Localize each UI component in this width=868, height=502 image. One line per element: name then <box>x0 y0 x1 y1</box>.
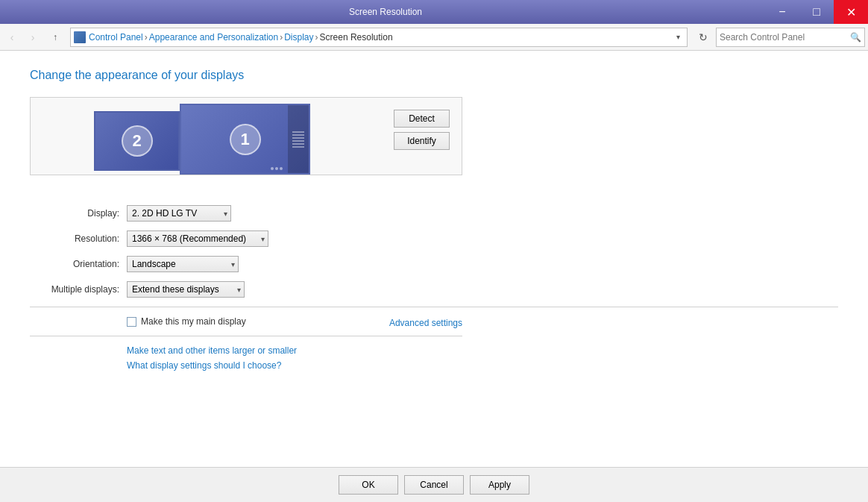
display-label: Display: <box>30 208 127 219</box>
advanced-settings-link[interactable]: Advanced settings <box>389 318 462 328</box>
monitor-2[interactable]: 2 <box>94 111 180 171</box>
main-display-label: Make this my main display <box>141 316 246 327</box>
monitor-1[interactable]: 1 <box>180 104 310 175</box>
checkbox-row: Make this my main display <box>30 316 246 327</box>
resolution-select-wrapper[interactable]: 1366 × 768 (Recommended) <box>127 230 268 247</box>
links-area: Make text and other items larger or smal… <box>127 345 838 371</box>
multiple-displays-row: Multiple displays: Extend these displays… <box>30 281 838 298</box>
display-select[interactable]: 2. 2D HD LG TV <box>127 205 231 222</box>
divider-2 <box>30 336 462 336</box>
titlebar: Screen Resolution − □ ✕ <box>0 0 868 24</box>
ok-button[interactable]: OK <box>339 475 398 495</box>
multiple-displays-select[interactable]: Extend these displays Duplicate these di… <box>127 281 245 298</box>
minimize-button[interactable]: − <box>765 0 799 24</box>
multiple-displays-label: Multiple displays: <box>30 284 127 295</box>
apply-button[interactable]: Apply <box>470 475 529 495</box>
search-icon[interactable]: 🔍 <box>850 32 861 43</box>
breadcrumb-display[interactable]: Display <box>284 32 313 43</box>
display-settings-link[interactable]: What display settings should I choose? <box>127 360 281 371</box>
monitor-preview-area: 2 1 <box>30 97 462 175</box>
orientation-select-wrapper[interactable]: Landscape Portrait Landscape (flipped) P… <box>127 256 239 272</box>
search-input[interactable] <box>720 32 850 43</box>
up-button[interactable]: ↑ <box>46 28 64 46</box>
resolution-row: Resolution: 1366 × 768 (Recommended) <box>30 230 838 247</box>
back-button[interactable]: ‹ <box>3 28 21 46</box>
breadcrumb-path: Control Panel › Appearance and Personali… <box>89 32 393 43</box>
control-panel-icon <box>74 31 86 43</box>
resolution-select[interactable]: 1366 × 768 (Recommended) <box>127 230 268 247</box>
window-title: Screen Resolution <box>6 7 765 17</box>
navbar: ‹ › ↑ Control Panel › Appearance and Per… <box>0 24 868 51</box>
window-controls: − □ ✕ <box>765 0 868 24</box>
breadcrumb-control-panel[interactable]: Control Panel <box>89 32 143 43</box>
page-title: Change the appearance of your displays <box>30 69 838 82</box>
refresh-button[interactable]: ↻ <box>694 28 713 47</box>
forward-button[interactable]: › <box>24 28 42 46</box>
multiple-displays-select-wrapper[interactable]: Extend these displays Duplicate these di… <box>127 281 245 298</box>
monitor-dots <box>271 167 283 170</box>
detect-button[interactable]: Detect <box>394 110 450 128</box>
detect-identify-area: Detect Identify <box>394 110 450 150</box>
main-content: Change the appearance of your displays 2… <box>0 51 868 502</box>
monitor-2-number: 2 <box>122 125 153 157</box>
resolution-label: Resolution: <box>30 233 127 244</box>
monitor-1-taskbar <box>288 105 309 173</box>
main-display-checkbox[interactable] <box>127 317 136 327</box>
cancel-button[interactable]: Cancel <box>404 475 464 495</box>
maximize-button[interactable]: □ <box>799 0 834 24</box>
breadcrumb-current: Screen Resolution <box>320 32 393 43</box>
display-select-wrapper[interactable]: 2. 2D HD LG TV <box>127 205 231 222</box>
footer-buttons: OK Cancel Apply <box>0 467 868 502</box>
identify-button[interactable]: Identify <box>394 132 450 150</box>
close-button[interactable]: ✕ <box>834 0 868 24</box>
orientation-row: Orientation: Landscape Portrait Landscap… <box>30 256 838 272</box>
search-box[interactable]: 🔍 <box>716 28 865 47</box>
orientation-select[interactable]: Landscape Portrait Landscape (flipped) P… <box>127 256 239 272</box>
monitor-1-number: 1 <box>230 124 261 155</box>
display-row: Display: 2. 2D HD LG TV <box>30 205 838 222</box>
main-display-row: Make this my main display Advanced setti… <box>30 316 462 330</box>
orientation-label: Orientation: <box>30 259 127 269</box>
divider <box>30 307 838 307</box>
breadcrumb-dropdown[interactable]: ▾ <box>670 30 685 45</box>
text-size-link[interactable]: Make text and other items larger or smal… <box>127 345 297 356</box>
breadcrumb-appearance[interactable]: Appearance and Personalization <box>149 32 278 43</box>
breadcrumb-bar[interactable]: Control Panel › Appearance and Personali… <box>70 28 688 47</box>
